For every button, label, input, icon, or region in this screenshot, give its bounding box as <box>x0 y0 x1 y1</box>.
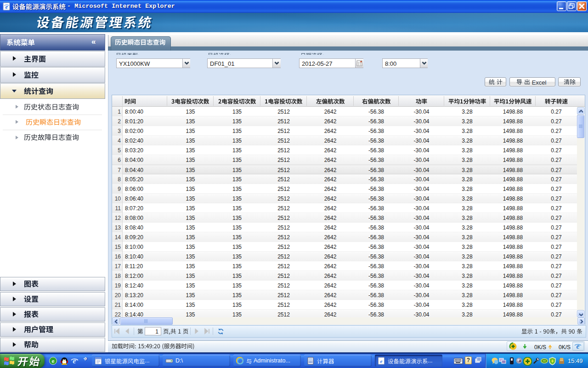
svg-text:e: e <box>576 342 579 350</box>
svg-text:e: e <box>51 358 54 364</box>
svg-text:e: e <box>6 3 8 10</box>
svg-text:e: e <box>73 356 76 365</box>
svg-text:e: e <box>380 358 383 364</box>
